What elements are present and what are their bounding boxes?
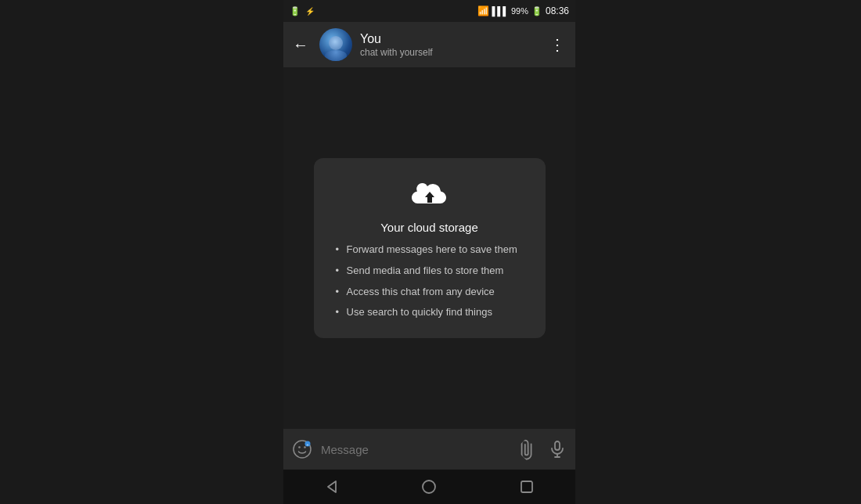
svg-rect-11 <box>521 481 532 492</box>
contact-name: You <box>360 31 539 46</box>
home-nav-button[interactable] <box>405 474 452 499</box>
svg-text:+: + <box>307 442 309 447</box>
svg-point-10 <box>423 481 435 493</box>
status-bar-left: 🔋 ⚡ <box>290 6 315 16</box>
message-input[interactable] <box>321 443 510 456</box>
more-options-button[interactable]: ⋮ <box>546 32 569 57</box>
chat-area: Your cloud storage Forward messages here… <box>283 67 575 429</box>
cloud-download-icon <box>409 177 450 211</box>
battery-icon: 🔋 <box>531 6 542 16</box>
recents-nav-button[interactable] <box>504 475 549 499</box>
cloud-features-list: Forward messages here to save them Send … <box>336 243 524 320</box>
usb-icon: ⚡ <box>305 7 315 16</box>
battery-level: 99% <box>511 6 528 16</box>
attachment-button[interactable] <box>511 433 544 466</box>
back-nav-button[interactable] <box>309 475 355 499</box>
battery-charging-icon: 🔋 <box>290 6 301 16</box>
svg-rect-6 <box>555 441 560 450</box>
svg-point-3 <box>304 446 306 448</box>
phone-screen: 🔋 ⚡ 📶 ▌▌▌ 99% 🔋 08:36 ← You chat with yo… <box>283 0 575 504</box>
back-button[interactable]: ← <box>290 33 312 57</box>
svg-marker-9 <box>328 481 336 492</box>
status-bar: 🔋 ⚡ 📶 ▌▌▌ 99% 🔋 08:36 <box>283 0 575 22</box>
chat-header: ← You chat with yourself ⋮ <box>283 22 575 67</box>
mic-button[interactable] <box>546 437 569 461</box>
list-item: Forward messages here to save them <box>336 243 524 257</box>
cloud-storage-card: Your cloud storage Forward messages here… <box>314 158 546 339</box>
signal-icon: ▌▌▌ <box>492 6 508 16</box>
header-info: You chat with yourself <box>360 31 539 57</box>
avatar-head <box>329 36 343 50</box>
list-item: Send media and files to store them <box>336 265 524 278</box>
emoji-button[interactable]: + <box>290 437 315 462</box>
contact-subtitle: chat with yourself <box>360 47 539 58</box>
cloud-card-title: Your cloud storage <box>380 221 478 234</box>
message-input-bar: + <box>283 429 575 470</box>
navigation-bar <box>283 470 575 504</box>
svg-point-2 <box>298 446 301 448</box>
status-time: 08:36 <box>546 5 569 16</box>
avatar <box>319 28 352 61</box>
list-item: Access this chat from any device <box>336 286 524 299</box>
avatar-body <box>325 50 347 61</box>
list-item: Use search to quickly find things <box>336 306 524 319</box>
wifi-icon: 📶 <box>477 5 489 16</box>
status-bar-right: 📶 ▌▌▌ 99% 🔋 08:36 <box>477 5 569 16</box>
